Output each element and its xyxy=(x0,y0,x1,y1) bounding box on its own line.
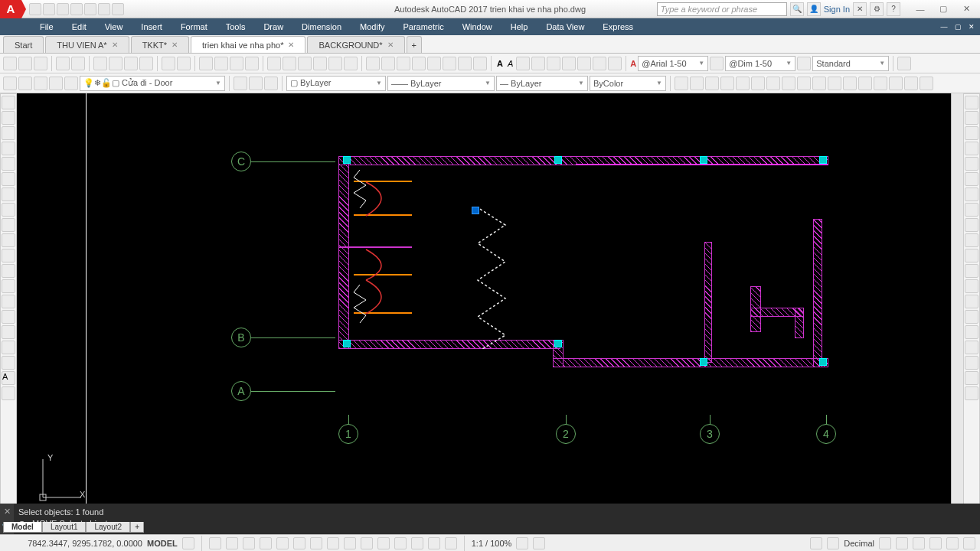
units-readout[interactable]: Decimal xyxy=(844,539,874,548)
lwt-icon[interactable] xyxy=(377,537,390,549)
spell-icon[interactable] xyxy=(577,57,591,70)
xline-icon[interactable] xyxy=(2,111,15,125)
undo-icon[interactable] xyxy=(84,3,96,15)
match-icon[interactable] xyxy=(139,57,153,70)
ann-auto-icon[interactable] xyxy=(533,537,545,549)
layout-tab-2[interactable]: Layout2 xyxy=(86,522,130,533)
array-icon[interactable] xyxy=(965,157,978,171)
layer-on-icon[interactable] xyxy=(18,77,32,90)
layer-prev-icon[interactable] xyxy=(249,77,263,90)
insert-icon[interactable] xyxy=(2,264,15,278)
lock-ui-icon[interactable] xyxy=(896,537,908,549)
edit-hatch-icon[interactable] xyxy=(965,386,978,400)
grip[interactable] xyxy=(700,358,707,366)
extend-icon[interactable] xyxy=(965,249,978,262)
menu-file[interactable]: File xyxy=(31,18,63,35)
line-icon[interactable] xyxy=(2,96,15,109)
dim-icon[interactable] xyxy=(710,57,724,70)
pan-icon[interactable] xyxy=(199,57,213,70)
dim-rad-icon[interactable] xyxy=(736,77,750,90)
new-icon[interactable] xyxy=(29,3,41,15)
dim-aligned-icon[interactable] xyxy=(690,77,704,90)
mirror-icon[interactable] xyxy=(965,126,978,140)
update-field-icon[interactable] xyxy=(608,57,622,70)
layer-iso-icon[interactable] xyxy=(264,77,278,90)
block-icon[interactable] xyxy=(366,57,380,70)
arc-icon[interactable] xyxy=(2,172,15,186)
layer-freeze-icon[interactable] xyxy=(34,77,47,90)
tab-tkkt[interactable]: TKKT*✕ xyxy=(131,36,189,53)
minimize-button[interactable]: — xyxy=(910,2,931,16)
maximize-button[interactable]: ▢ xyxy=(933,2,954,16)
zoom-window-icon[interactable] xyxy=(230,57,243,70)
dim-dia-icon[interactable] xyxy=(751,77,765,90)
point-icon[interactable] xyxy=(427,57,441,70)
markup-icon[interactable] xyxy=(328,57,342,70)
refresh-icon[interactable] xyxy=(897,57,911,70)
new-icon[interactable] xyxy=(3,57,17,70)
table-icon[interactable] xyxy=(397,57,410,70)
doc-minimize-button[interactable]: — xyxy=(937,21,951,33)
infer-icon[interactable] xyxy=(226,537,238,549)
menu-parametric[interactable]: Parametric xyxy=(394,18,452,35)
grip[interactable] xyxy=(700,156,707,164)
props-icon[interactable] xyxy=(267,57,281,70)
menu-view[interactable]: View xyxy=(96,18,132,35)
region-icon[interactable] xyxy=(443,57,456,70)
dim-tol-icon[interactable] xyxy=(858,77,872,90)
tab-start[interactable]: Start xyxy=(3,36,44,53)
copy-obj-icon[interactable] xyxy=(965,111,978,125)
align-icon[interactable] xyxy=(965,341,978,354)
revcloud-icon[interactable] xyxy=(2,203,15,217)
redo-icon[interactable] xyxy=(98,3,110,15)
rotate-icon[interactable] xyxy=(965,187,978,201)
break-icon[interactable] xyxy=(965,264,978,278)
layer-select[interactable]: 💡❄🔓▢ Cửa đi - Door▼ xyxy=(80,76,225,91)
layout-add-button[interactable]: + xyxy=(130,522,144,533)
polar-icon[interactable] xyxy=(260,537,272,549)
snap-icon[interactable] xyxy=(209,537,221,549)
join-icon[interactable] xyxy=(965,279,978,293)
save-icon[interactable] xyxy=(57,3,69,15)
dim-center-icon[interactable] xyxy=(874,77,887,90)
close-icon[interactable]: ✕ xyxy=(112,41,118,49)
gradient-icon[interactable] xyxy=(2,325,15,339)
dim-base-icon[interactable] xyxy=(797,77,811,90)
menu-edit[interactable]: Edit xyxy=(63,18,96,35)
ann-monitor-icon[interactable] xyxy=(827,537,839,549)
chamfer-icon[interactable] xyxy=(965,295,978,308)
lengthen-icon[interactable] xyxy=(965,356,978,370)
vertical-scrollbar[interactable] xyxy=(951,93,963,517)
table-style-icon[interactable] xyxy=(797,57,811,70)
tool-palettes-icon[interactable] xyxy=(298,57,312,70)
close-button[interactable]: ✕ xyxy=(956,2,977,16)
helper-icon[interactable] xyxy=(473,57,487,70)
dim-ang-icon[interactable] xyxy=(766,77,780,90)
move-icon[interactable] xyxy=(965,172,978,186)
mtext-icon[interactable] xyxy=(412,57,426,70)
menu-modify[interactable]: Modify xyxy=(351,18,394,35)
redo-icon[interactable] xyxy=(177,57,191,70)
table-icon[interactable] xyxy=(2,356,15,370)
linetype-select[interactable]: ▢ ByLayer▼ xyxy=(286,76,386,91)
region-icon[interactable] xyxy=(2,341,15,354)
plot-icon[interactable] xyxy=(56,57,70,70)
new-tab-button[interactable]: + xyxy=(407,36,422,53)
text-justify-icon[interactable] xyxy=(547,57,560,70)
custom-icon[interactable] xyxy=(963,537,975,549)
tab-thuvien[interactable]: THU VIEN A*✕ xyxy=(45,36,129,53)
text-format-a2[interactable]: A xyxy=(508,59,513,68)
doc-close-button[interactable]: ✕ xyxy=(965,21,978,33)
trim-icon[interactable] xyxy=(965,233,978,247)
menu-format[interactable]: Format xyxy=(172,18,217,35)
iso-icon[interactable] xyxy=(276,537,289,549)
doc-restore-button[interactable]: ▢ xyxy=(951,21,965,33)
fillet-icon[interactable] xyxy=(965,310,978,324)
scale-icon[interactable] xyxy=(965,203,978,217)
menu-window[interactable]: Window xyxy=(453,18,501,35)
3dosnap-icon[interactable] xyxy=(310,537,322,549)
hw-accel-icon[interactable] xyxy=(929,537,942,549)
explode-icon[interactable] xyxy=(965,325,978,339)
spline-icon[interactable] xyxy=(2,218,15,232)
drawing-canvas[interactable]: C B A 1 2 3 4 xyxy=(17,93,951,517)
